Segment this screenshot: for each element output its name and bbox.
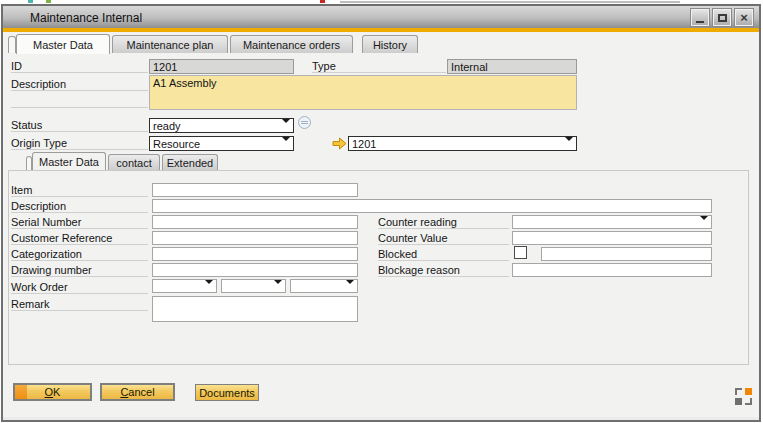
close-icon: × bbox=[740, 11, 748, 24]
counter-value-label: Counter Value bbox=[378, 232, 509, 245]
counter-reading-label: Counter reading bbox=[378, 216, 509, 229]
description-label: Description bbox=[11, 78, 148, 91]
subtab-label: Master Data bbox=[39, 156, 99, 168]
blocked-input[interactable] bbox=[541, 247, 712, 261]
ok-button[interactable]: OK bbox=[13, 383, 92, 401]
categorization-label: Categorization bbox=[11, 248, 148, 261]
serial-number-label: Serial Number bbox=[11, 216, 148, 229]
status-dropdown[interactable]: ready bbox=[149, 118, 294, 133]
empty-label-row bbox=[11, 95, 148, 108]
desktop-artifact bbox=[320, 0, 325, 3]
origin-ref-value: 1201 bbox=[352, 138, 376, 150]
description-field[interactable]: A1 Assembly bbox=[149, 75, 577, 110]
subtab-label: contact bbox=[116, 157, 151, 169]
chevron-down-icon bbox=[563, 141, 573, 154]
tab-notch bbox=[8, 36, 16, 53]
ok-button-label: OK bbox=[45, 386, 61, 398]
blockage-reason-input[interactable] bbox=[512, 263, 712, 277]
customer-reference-input[interactable] bbox=[152, 231, 358, 245]
documents-button-label: Documents bbox=[199, 387, 255, 399]
type-field: Internal bbox=[447, 59, 577, 74]
id-field: 1201 bbox=[149, 59, 294, 74]
item-input[interactable] bbox=[152, 183, 358, 197]
window-title: Maintenance Internal bbox=[30, 11, 142, 25]
status-notes-icon[interactable] bbox=[298, 116, 311, 129]
close-button[interactable]: × bbox=[735, 9, 753, 26]
subtab-master-data[interactable]: Master Data bbox=[32, 152, 106, 170]
remark-label: Remark bbox=[11, 298, 148, 311]
remark-textarea[interactable] bbox=[152, 296, 358, 322]
tab-maintenance-plan[interactable]: Maintenance plan bbox=[112, 35, 228, 53]
desktop-artifact bbox=[340, 1, 680, 3]
work-order-dropdown-1[interactable] bbox=[152, 279, 217, 293]
corner-square-gray bbox=[735, 398, 742, 405]
minimize-button[interactable] bbox=[691, 9, 709, 26]
tab-history[interactable]: History bbox=[362, 35, 418, 53]
work-order-dropdown-3[interactable] bbox=[290, 279, 358, 293]
origin-type-dropdown[interactable]: Resource bbox=[149, 136, 294, 151]
tab-label: Maintenance plan bbox=[127, 39, 214, 51]
blocked-label: Blocked bbox=[378, 248, 509, 261]
desktop-artifact bbox=[28, 0, 33, 3]
detail-description-label: Description bbox=[11, 200, 148, 213]
subtab-label: Extended bbox=[167, 157, 213, 169]
origin-type-label: Origin Type bbox=[11, 137, 148, 150]
subtab-contact[interactable]: contact bbox=[108, 154, 160, 170]
maximize-button[interactable] bbox=[713, 9, 731, 26]
link-arrow-icon[interactable] bbox=[332, 137, 347, 150]
type-label: Type bbox=[312, 60, 446, 73]
item-label: Item bbox=[11, 184, 148, 197]
status-value: ready bbox=[153, 120, 181, 132]
status-label: Status bbox=[11, 119, 148, 132]
blockage-reason-label: Blockage reason bbox=[378, 264, 509, 277]
work-order-dropdown-2[interactable] bbox=[221, 279, 286, 293]
origin-type-value: Resource bbox=[153, 138, 200, 150]
tab-master-data[interactable]: Master Data bbox=[16, 34, 110, 54]
corner-bracket bbox=[745, 398, 752, 405]
tab-maintenance-orders[interactable]: Maintenance orders bbox=[230, 35, 353, 53]
subtab-extended[interactable]: Extended bbox=[162, 154, 218, 170]
default-button-marker bbox=[15, 385, 27, 399]
detail-description-input[interactable] bbox=[152, 199, 712, 213]
blocked-checkbox[interactable] bbox=[514, 246, 527, 259]
origin-ref-dropdown[interactable]: 1201 bbox=[348, 136, 577, 151]
tab-label: History bbox=[373, 39, 407, 51]
corner-bracket bbox=[735, 388, 742, 395]
screen: Maintenance Internal × Master Data Maint… bbox=[0, 0, 763, 423]
corner-square-orange bbox=[745, 388, 752, 395]
chevron-down-icon bbox=[280, 123, 290, 136]
drawing-number-input[interactable] bbox=[152, 263, 358, 277]
categorization-input[interactable] bbox=[152, 247, 358, 261]
expand-form-icon[interactable] bbox=[735, 388, 752, 405]
tab-label: Maintenance orders bbox=[243, 39, 340, 51]
customer-reference-label: Customer Reference bbox=[11, 232, 148, 245]
id-label: ID bbox=[11, 60, 148, 73]
chevron-down-icon bbox=[280, 141, 290, 154]
documents-button[interactable]: Documents bbox=[195, 384, 259, 401]
drawing-number-label: Drawing number bbox=[11, 264, 148, 277]
cancel-button[interactable]: Cancel bbox=[100, 383, 175, 401]
desktop-artifact bbox=[46, 0, 51, 3]
serial-number-input[interactable] bbox=[152, 215, 358, 229]
tab-label: Master Data bbox=[33, 39, 93, 51]
work-order-label: Work Order bbox=[11, 281, 148, 294]
counter-reading-dropdown[interactable] bbox=[512, 215, 712, 229]
cancel-button-label: Cancel bbox=[120, 386, 154, 398]
minimize-icon bbox=[696, 21, 704, 23]
counter-value-input[interactable] bbox=[512, 231, 712, 245]
maximize-icon bbox=[718, 14, 727, 22]
